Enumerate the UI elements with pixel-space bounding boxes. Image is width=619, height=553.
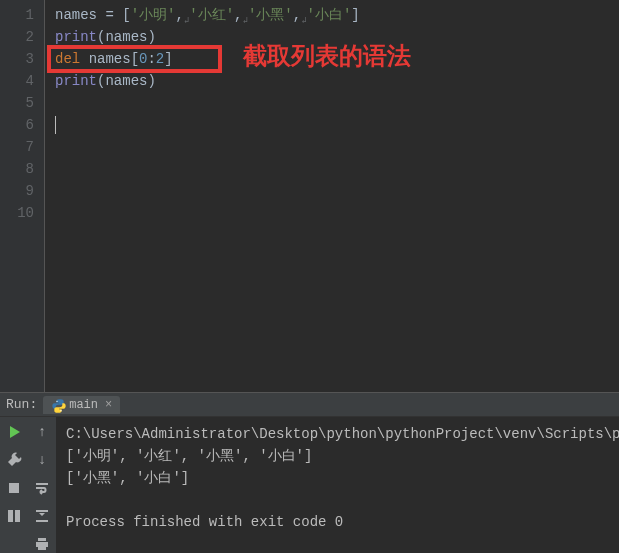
line-number: 1 (8, 4, 34, 26)
line-number: 9 (8, 180, 34, 202)
run-body: ↑ ↓ C:\Users\Administrator\Desktop\pytho… (0, 417, 619, 553)
line-number: 4 (8, 70, 34, 92)
down-arrow-icon[interactable]: ↓ (33, 451, 51, 469)
svg-rect-3 (8, 510, 13, 522)
up-arrow-icon[interactable]: ↑ (33, 423, 51, 441)
layout-button[interactable] (5, 507, 23, 525)
annotation-label: 截取列表的语法 (243, 40, 411, 72)
print-icon[interactable] (33, 535, 51, 553)
scroll-to-end-icon[interactable] (33, 507, 51, 525)
close-icon[interactable]: × (105, 398, 112, 412)
tab-label: main (69, 398, 98, 412)
editor-area: 1 2 3 4 5 6 7 8 9 10 names = ['小明',↲'小红'… (0, 0, 619, 392)
svg-point-0 (57, 400, 58, 401)
console-line: ['小明', '小红', '小黑', '小白'] (66, 445, 609, 467)
console-output[interactable]: C:\Users\Administrator\Desktop\python\py… (56, 417, 619, 553)
line-number: 2 (8, 26, 34, 48)
rerun-button[interactable] (5, 423, 23, 441)
caret (55, 116, 56, 134)
wrench-icon[interactable] (5, 451, 23, 469)
line-number: 7 (8, 136, 34, 158)
editor-content[interactable]: names = ['小明',↲'小红',↲'小黑',↲'小白'] print(n… (45, 0, 619, 392)
console-line: ['小黑', '小白'] (66, 467, 609, 489)
tool-column-secondary: ↑ ↓ (28, 417, 56, 553)
svg-rect-4 (15, 510, 20, 522)
code-line[interactable] (55, 114, 609, 136)
svg-rect-2 (9, 483, 19, 493)
line-number: 8 (8, 158, 34, 180)
run-header: Run: main × (0, 393, 619, 417)
run-tab[interactable]: main × (43, 396, 120, 414)
gutter: 1 2 3 4 5 6 7 8 9 10 (0, 0, 45, 392)
code-line[interactable]: names = ['小明',↲'小红',↲'小黑',↲'小白'] (55, 4, 609, 26)
run-panel: Run: main × ↑ ↓ (0, 392, 619, 553)
code-line[interactable]: print(names) (55, 70, 609, 92)
console-line: Process finished with exit code 0 (66, 511, 609, 533)
svg-point-1 (61, 410, 62, 411)
tool-column-primary (0, 417, 28, 553)
line-number: 5 (8, 92, 34, 114)
line-number: 3 (8, 48, 34, 70)
python-icon (51, 398, 65, 412)
line-number: 6 (8, 114, 34, 136)
line-number: 10 (8, 202, 34, 224)
run-label: Run: (6, 397, 37, 412)
code-line[interactable] (55, 92, 609, 114)
wrap-icon[interactable] (33, 479, 51, 497)
console-line: C:\Users\Administrator\Desktop\python\py… (66, 423, 609, 445)
console-line (66, 489, 609, 511)
stop-button[interactable] (5, 479, 23, 497)
